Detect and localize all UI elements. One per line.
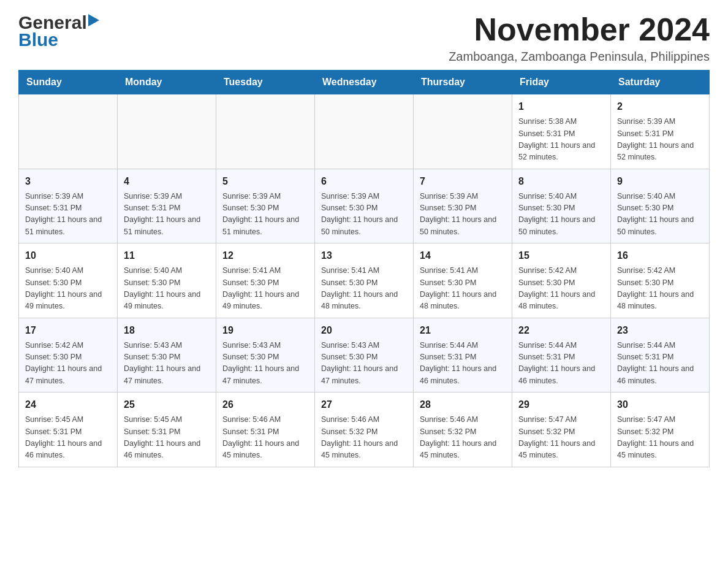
day-number: 14: [420, 248, 506, 263]
svg-marker-0: [88, 14, 99, 26]
calendar-cell: 30Sunrise: 5:47 AM Sunset: 5:32 PM Dayli…: [611, 393, 710, 467]
logo-arrow-icon: [88, 14, 99, 29]
calendar-cell: 11Sunrise: 5:40 AM Sunset: 5:30 PM Dayli…: [118, 243, 216, 318]
calendar-table: Sunday Monday Tuesday Wednesday Thursday…: [18, 70, 710, 467]
day-number: 26: [222, 397, 308, 412]
day-number: 6: [321, 174, 407, 189]
day-info: Sunrise: 5:38 AM Sunset: 5:31 PM Dayligh…: [518, 116, 604, 164]
calendar-week-row: 10Sunrise: 5:40 AM Sunset: 5:30 PM Dayli…: [19, 243, 710, 318]
day-number: 28: [420, 397, 506, 412]
calendar-cell: 29Sunrise: 5:47 AM Sunset: 5:32 PM Dayli…: [512, 393, 611, 467]
calendar-cell: 25Sunrise: 5:45 AM Sunset: 5:31 PM Dayli…: [118, 393, 216, 467]
calendar-week-row: 1Sunrise: 5:38 AM Sunset: 5:31 PM Daylig…: [19, 94, 710, 169]
day-info: Sunrise: 5:43 AM Sunset: 5:30 PM Dayligh…: [124, 340, 210, 388]
day-number: 29: [518, 397, 604, 412]
day-number: 11: [124, 248, 210, 263]
day-number: 18: [124, 323, 210, 338]
calendar-cell: 2Sunrise: 5:39 AM Sunset: 5:31 PM Daylig…: [611, 94, 710, 169]
day-number: 21: [420, 323, 506, 338]
calendar-cell: 12Sunrise: 5:41 AM Sunset: 5:30 PM Dayli…: [216, 243, 315, 318]
day-number: 12: [222, 248, 308, 263]
day-number: 2: [617, 99, 703, 114]
day-number: 25: [124, 397, 210, 412]
day-info: Sunrise: 5:47 AM Sunset: 5:32 PM Dayligh…: [518, 414, 604, 462]
col-wednesday: Wednesday: [315, 71, 414, 94]
calendar-cell: 13Sunrise: 5:41 AM Sunset: 5:30 PM Dayli…: [315, 243, 414, 318]
title-block: November 2024 Zamboanga, Zamboanga Penin…: [449, 12, 710, 64]
day-number: 7: [420, 174, 506, 189]
logo: General Blue: [18, 12, 99, 50]
calendar-cell: [216, 94, 315, 169]
month-year-title: November 2024: [449, 12, 710, 47]
day-number: 20: [321, 323, 407, 338]
day-info: Sunrise: 5:39 AM Sunset: 5:30 PM Dayligh…: [321, 191, 407, 239]
calendar-cell: 17Sunrise: 5:42 AM Sunset: 5:30 PM Dayli…: [19, 318, 118, 393]
day-info: Sunrise: 5:41 AM Sunset: 5:30 PM Dayligh…: [321, 265, 407, 313]
calendar-cell: 9Sunrise: 5:40 AM Sunset: 5:30 PM Daylig…: [611, 169, 710, 243]
day-number: 15: [518, 248, 604, 263]
calendar-cell: [414, 94, 512, 169]
day-number: 23: [617, 323, 703, 338]
day-number: 16: [617, 248, 703, 263]
calendar-cell: 18Sunrise: 5:43 AM Sunset: 5:30 PM Dayli…: [118, 318, 216, 393]
day-number: 30: [617, 397, 703, 412]
day-info: Sunrise: 5:40 AM Sunset: 5:30 PM Dayligh…: [617, 191, 703, 239]
day-info: Sunrise: 5:46 AM Sunset: 5:32 PM Dayligh…: [321, 414, 407, 462]
day-info: Sunrise: 5:46 AM Sunset: 5:31 PM Dayligh…: [222, 414, 308, 462]
calendar-cell: 14Sunrise: 5:41 AM Sunset: 5:30 PM Dayli…: [414, 243, 512, 318]
calendar-cell: 24Sunrise: 5:45 AM Sunset: 5:31 PM Dayli…: [19, 393, 118, 467]
calendar-cell: 6Sunrise: 5:39 AM Sunset: 5:30 PM Daylig…: [315, 169, 414, 243]
day-info: Sunrise: 5:42 AM Sunset: 5:30 PM Dayligh…: [617, 265, 703, 313]
calendar-cell: 10Sunrise: 5:40 AM Sunset: 5:30 PM Dayli…: [19, 243, 118, 318]
calendar-cell: 22Sunrise: 5:44 AM Sunset: 5:31 PM Dayli…: [512, 318, 611, 393]
day-number: 1: [518, 99, 604, 114]
calendar-cell: 15Sunrise: 5:42 AM Sunset: 5:30 PM Dayli…: [512, 243, 611, 318]
day-info: Sunrise: 5:47 AM Sunset: 5:32 PM Dayligh…: [617, 414, 703, 462]
calendar-week-row: 17Sunrise: 5:42 AM Sunset: 5:30 PM Dayli…: [19, 318, 710, 393]
col-friday: Friday: [512, 71, 611, 94]
day-number: 13: [321, 248, 407, 263]
day-info: Sunrise: 5:40 AM Sunset: 5:30 PM Dayligh…: [25, 265, 111, 313]
page-header: General Blue November 2024 Zamboanga, Za…: [18, 12, 710, 64]
day-number: 17: [25, 323, 111, 338]
day-number: 4: [124, 174, 210, 189]
calendar-cell: 27Sunrise: 5:46 AM Sunset: 5:32 PM Dayli…: [315, 393, 414, 467]
day-info: Sunrise: 5:39 AM Sunset: 5:31 PM Dayligh…: [25, 191, 111, 239]
calendar-cell: 7Sunrise: 5:39 AM Sunset: 5:30 PM Daylig…: [414, 169, 512, 243]
col-tuesday: Tuesday: [216, 71, 315, 94]
calendar-cell: 20Sunrise: 5:43 AM Sunset: 5:30 PM Dayli…: [315, 318, 414, 393]
col-saturday: Saturday: [611, 71, 710, 94]
col-sunday: Sunday: [19, 71, 118, 94]
day-info: Sunrise: 5:45 AM Sunset: 5:31 PM Dayligh…: [25, 414, 111, 462]
day-number: 5: [222, 174, 308, 189]
logo-blue-text: Blue: [18, 29, 58, 50]
day-number: 10: [25, 248, 111, 263]
day-info: Sunrise: 5:39 AM Sunset: 5:31 PM Dayligh…: [617, 116, 703, 164]
col-monday: Monday: [118, 71, 216, 94]
day-info: Sunrise: 5:43 AM Sunset: 5:30 PM Dayligh…: [222, 340, 308, 388]
day-info: Sunrise: 5:40 AM Sunset: 5:30 PM Dayligh…: [518, 191, 604, 239]
day-info: Sunrise: 5:44 AM Sunset: 5:31 PM Dayligh…: [617, 340, 703, 388]
calendar-cell: 26Sunrise: 5:46 AM Sunset: 5:31 PM Dayli…: [216, 393, 315, 467]
day-number: 3: [25, 174, 111, 189]
calendar-cell: 23Sunrise: 5:44 AM Sunset: 5:31 PM Dayli…: [611, 318, 710, 393]
calendar-week-row: 3Sunrise: 5:39 AM Sunset: 5:31 PM Daylig…: [19, 169, 710, 243]
calendar-cell: 28Sunrise: 5:46 AM Sunset: 5:32 PM Dayli…: [414, 393, 512, 467]
day-info: Sunrise: 5:41 AM Sunset: 5:30 PM Dayligh…: [420, 265, 506, 313]
day-info: Sunrise: 5:42 AM Sunset: 5:30 PM Dayligh…: [518, 265, 604, 313]
calendar-cell: 21Sunrise: 5:44 AM Sunset: 5:31 PM Dayli…: [414, 318, 512, 393]
day-number: 27: [321, 397, 407, 412]
calendar-cell: 3Sunrise: 5:39 AM Sunset: 5:31 PM Daylig…: [19, 169, 118, 243]
calendar-cell: 1Sunrise: 5:38 AM Sunset: 5:31 PM Daylig…: [512, 94, 611, 169]
calendar-cell: 16Sunrise: 5:42 AM Sunset: 5:30 PM Dayli…: [611, 243, 710, 318]
day-info: Sunrise: 5:39 AM Sunset: 5:30 PM Dayligh…: [222, 191, 308, 239]
day-info: Sunrise: 5:39 AM Sunset: 5:31 PM Dayligh…: [124, 191, 210, 239]
calendar-cell: 19Sunrise: 5:43 AM Sunset: 5:30 PM Dayli…: [216, 318, 315, 393]
calendar-cell: [315, 94, 414, 169]
day-info: Sunrise: 5:44 AM Sunset: 5:31 PM Dayligh…: [518, 340, 604, 388]
col-thursday: Thursday: [414, 71, 512, 94]
day-info: Sunrise: 5:42 AM Sunset: 5:30 PM Dayligh…: [25, 340, 111, 388]
calendar-cell: [19, 94, 118, 169]
day-info: Sunrise: 5:39 AM Sunset: 5:30 PM Dayligh…: [420, 191, 506, 239]
day-number: 24: [25, 397, 111, 412]
